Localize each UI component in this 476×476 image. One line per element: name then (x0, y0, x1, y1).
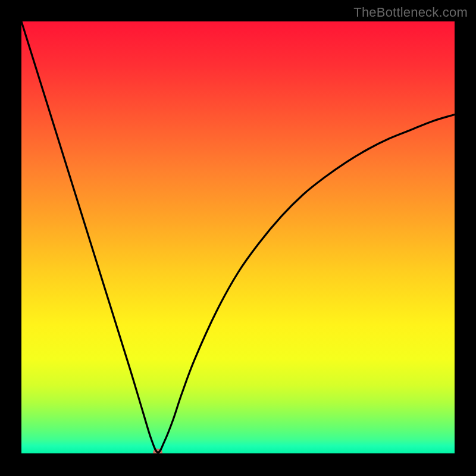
plot-area (21, 21, 455, 455)
bottleneck-curve (21, 21, 455, 455)
watermark-text: TheBottleneck.com (353, 5, 468, 20)
chart-frame: TheBottleneck.com (0, 0, 476, 476)
x-axis-line (21, 453, 455, 455)
